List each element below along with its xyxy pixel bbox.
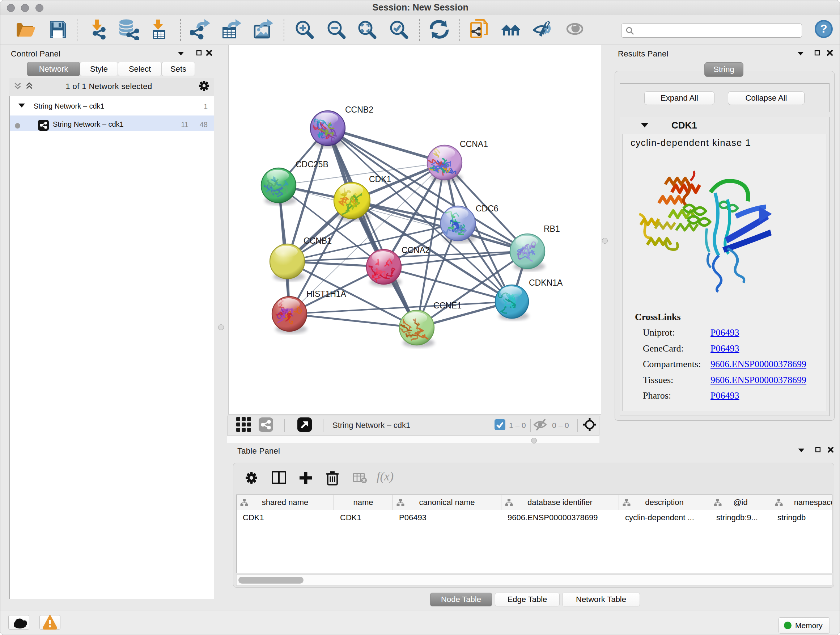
svg-text:CDKN1A: CDKN1A xyxy=(529,278,563,287)
svg-text:CCNA1: CCNA1 xyxy=(460,139,488,149)
svg-text:CCNB2: CCNB2 xyxy=(345,105,373,114)
svg-text:?: ? xyxy=(820,22,827,35)
svg-text:CDC25B: CDC25B xyxy=(295,160,328,169)
svg-text:CDK1: CDK1 xyxy=(369,174,391,184)
svg-text:CDC6: CDC6 xyxy=(476,204,499,213)
svg-text:CCNB1: CCNB1 xyxy=(303,236,332,245)
svg-text:RB1: RB1 xyxy=(544,224,560,233)
svg-text:HIST1H1A: HIST1H1A xyxy=(306,289,347,299)
svg-text:CCNA2: CCNA2 xyxy=(401,245,430,255)
svg-text:CCNE1: CCNE1 xyxy=(433,301,462,310)
